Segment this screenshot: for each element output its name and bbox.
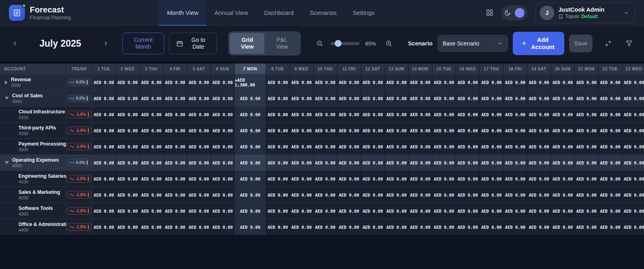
account-cell-3000[interactable]: Cost of Sales3000 <box>0 90 66 106</box>
account-cell-4400[interactable]: Office & Administrative4400 <box>0 219 66 235</box>
grid-cell[interactable]: AED 0.00 <box>140 219 163 235</box>
grid-cell[interactable]: AED 0.00 <box>92 139 116 154</box>
grid-cell[interactable]: AED 0.00 <box>163 123 187 138</box>
grid-cell[interactable]: AED 0.00 <box>504 90 527 106</box>
grid-cell[interactable]: AED 0.00 <box>116 203 140 219</box>
grid-cell[interactable]: AED 0.00 <box>622 171 644 187</box>
grid-cell[interactable]: AED 0.00 <box>361 219 385 235</box>
grid-cell[interactable]: AED 0.00 <box>116 187 140 203</box>
grid-cell[interactable]: AED 0.00 <box>504 155 527 170</box>
grid-cell[interactable]: AED 0.00 <box>266 219 290 235</box>
grid-cell[interactable]: AED 0.00 <box>163 155 187 170</box>
account-cell-3200[interactable]: Third-party APIs3200 <box>0 123 66 138</box>
grid-cell[interactable]: AED 0.00 <box>337 74 361 90</box>
grid-cell[interactable]: AED 0.00 <box>92 155 116 170</box>
grid-cell[interactable]: AED 0.00 <box>385 123 409 138</box>
grid-cell[interactable]: AED 0.00 <box>163 90 187 106</box>
grid-cell[interactable]: AED 0.00 <box>456 203 480 219</box>
grid-cell[interactable]: AED 0.00 <box>575 155 599 170</box>
grid-cell[interactable]: AED 0.00 <box>575 74 599 90</box>
grid-cell[interactable]: AED 0.00 <box>622 123 644 138</box>
grid-cell[interactable]: AED 0.00 <box>551 203 575 219</box>
grid-cell[interactable]: AED 0.00 <box>385 155 409 170</box>
grid-cell[interactable]: AED 0.00 <box>599 219 622 235</box>
grid-cell[interactable]: AED 0.00 <box>385 90 409 106</box>
grid-cell[interactable]: AED 0.00 <box>622 139 644 154</box>
grid-cell[interactable]: AED 0.00 <box>211 74 235 90</box>
grid-cell[interactable]: AED 0.00 <box>432 74 456 90</box>
grid-cell[interactable]: AED 0.00 <box>456 219 480 235</box>
grid-cell[interactable]: AED 0.00 <box>92 203 116 219</box>
grid-cell[interactable]: AED 0.00 <box>116 74 140 90</box>
grid-cell[interactable]: AED 0.00 <box>187 123 211 138</box>
grid-cell[interactable]: AED 0.00 <box>116 139 140 154</box>
pl-view-toggle[interactable]: P&L View <box>264 33 299 54</box>
grid-cell[interactable]: AED 0.00 <box>551 139 575 154</box>
grid-cell[interactable]: AED 0.00 <box>551 219 575 235</box>
grid-cell[interactable]: AED 0.00 <box>211 123 235 138</box>
grid-cell[interactable]: AED 0.00 <box>314 74 337 90</box>
grid-cell[interactable]: AED 0.00 <box>599 203 622 219</box>
expand-fullscreen-icon[interactable] <box>603 38 613 49</box>
grid-view-toggle[interactable]: Grid View <box>230 33 264 54</box>
grid-cell[interactable]: AED 0.00 <box>163 187 187 203</box>
tab-dashboard[interactable]: Dashboard <box>256 0 301 26</box>
grid-cell[interactable]: AED 0.00 <box>575 203 599 219</box>
grid-cell[interactable]: AED 0.00 <box>599 107 622 122</box>
grid-cell[interactable]: AED 0.00 <box>622 219 644 235</box>
caret-down-icon[interactable] <box>5 97 9 100</box>
grid-cell[interactable]: AED 0.00 <box>266 187 290 203</box>
grid-cell[interactable]: AED 0.00 <box>456 90 480 106</box>
grid-cell[interactable]: AED 0.00 <box>504 123 527 138</box>
grid-cell[interactable]: AED 0.00 <box>480 139 504 154</box>
grid-cell[interactable]: AED 0.00 <box>211 90 235 106</box>
grid-cell[interactable]: AED 0.00 <box>361 203 385 219</box>
save-button[interactable]: Save <box>569 35 592 52</box>
grid-cell[interactable]: AED 0.00 <box>361 123 385 138</box>
grid-cell[interactable]: AED 0.00 <box>361 74 385 90</box>
prev-month-button[interactable] <box>10 38 20 49</box>
grid-cell[interactable]: AED 0.00 <box>432 187 456 203</box>
grid-cell[interactable]: AED 0.00 <box>575 171 599 187</box>
grid-cell[interactable]: AED 0.00 <box>337 219 361 235</box>
grid-cell[interactable]: AED 0.00 <box>337 155 361 170</box>
grid-cell[interactable]: AED 0.00 <box>361 107 385 122</box>
grid-cell[interactable]: AED 0.00 <box>235 123 266 138</box>
grid-cell[interactable]: AED 0.00 <box>337 187 361 203</box>
grid-cell[interactable]: AED 0.00 <box>385 74 409 90</box>
grid-cell[interactable]: AED 0.00 <box>409 155 432 170</box>
grid-cell[interactable]: AED 0.00 <box>290 74 314 90</box>
grid-cell[interactable]: AED 0.00 <box>140 107 163 122</box>
grid-cell[interactable]: AED 0.00 <box>266 123 290 138</box>
grid-cell[interactable]: AED 0.00 <box>504 187 527 203</box>
grid-cell[interactable]: AED 0.00 <box>211 107 235 122</box>
grid-cell[interactable]: AED 0.00 <box>116 155 140 170</box>
grid-cell[interactable]: AED 0.00 <box>575 139 599 154</box>
grid-cell[interactable]: AED 0.00 <box>235 203 266 219</box>
grid-cell[interactable]: AED 0.00 <box>163 139 187 154</box>
grid-cell[interactable]: AED 0.00 <box>385 203 409 219</box>
grid-cell[interactable]: AED 0.00 <box>432 107 456 122</box>
grid-cell[interactable]: AED 0.00 <box>211 139 235 154</box>
grid-cell[interactable]: AED 0.00 <box>337 90 361 106</box>
grid-cell[interactable]: AED 0.00 <box>622 187 644 203</box>
grid-cell[interactable]: AED 0.00 <box>314 90 337 106</box>
grid-cell[interactable]: AED 0.00 <box>599 155 622 170</box>
grid-cell[interactable]: AED 0.00 <box>480 187 504 203</box>
grid-cell[interactable]: AED 0.00 <box>504 107 527 122</box>
grid-cell[interactable]: AED 0.00 <box>235 139 266 154</box>
grid-cell[interactable]: AED 0.00 <box>385 171 409 187</box>
grid-cell[interactable]: AED 0.00 <box>290 107 314 122</box>
grid-cell[interactable]: AED 0.00 <box>551 107 575 122</box>
grid-cell[interactable]: AED 0.00 <box>140 139 163 154</box>
grid-cell[interactable]: AED 0.00 <box>187 219 211 235</box>
add-account-button[interactable]: + Add Account <box>513 32 565 55</box>
grid-cell[interactable]: AED 0.00 <box>575 90 599 106</box>
grid-cell[interactable]: AED 0.00 <box>622 74 644 90</box>
grid-cell[interactable]: AED 0.00 <box>527 155 551 170</box>
zoom-slider[interactable] <box>330 42 359 45</box>
zoom-out-icon[interactable] <box>314 38 325 49</box>
filter-icon[interactable] <box>624 38 634 49</box>
grid-cell[interactable]: AED 0.00 <box>456 139 480 154</box>
grid-cell[interactable]: AED 0.00 <box>314 107 337 122</box>
